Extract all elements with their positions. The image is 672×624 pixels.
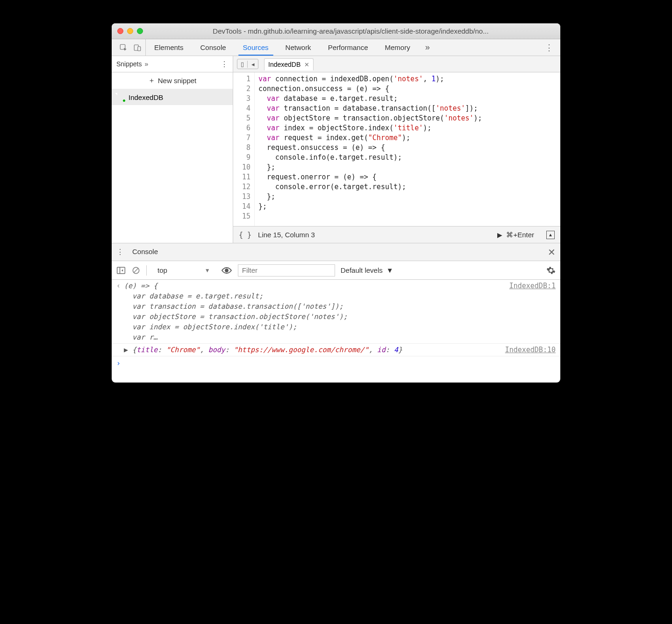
editor-panel: ▯◂ IndexedDB ✕ 123456789101112131415 var… [233, 56, 560, 243]
sources-workspace: Snippets » ⋮ ＋ New snippet IndexedDB ▯◂ … [112, 56, 560, 243]
console-settings-button[interactable] [546, 266, 556, 275]
tab-sources[interactable]: Sources [235, 39, 277, 56]
console-message[interactable]: ▶ {title: "Chrome", body: "https://www.g… [112, 344, 560, 356]
editor-tabs: ▯◂ IndexedDB ✕ [233, 56, 560, 72]
execution-context-select[interactable]: top ▼ [152, 264, 215, 276]
plus-icon: ＋ [148, 76, 155, 85]
svg-point-7 [225, 269, 228, 272]
more-navigator-tabs[interactable]: » [144, 60, 148, 68]
minimize-window-button[interactable] [127, 28, 133, 34]
close-window-button[interactable] [117, 28, 123, 34]
traffic-lights [117, 28, 143, 34]
code-editor[interactable]: 123456789101112131415 var connection = i… [233, 72, 560, 226]
svg-rect-2 [138, 46, 141, 50]
console-sidebar-toggle[interactable] [116, 266, 126, 275]
close-tab-icon[interactable]: ✕ [304, 61, 309, 68]
log-levels-select[interactable]: Default levels ▼ [341, 266, 393, 274]
code-content[interactable]: var connection = indexedDB.open('notes',… [255, 72, 560, 226]
live-expression-button[interactable] [221, 267, 232, 274]
snippet-item[interactable]: IndexedDB [112, 89, 233, 105]
line-gutter: 123456789101112131415 [233, 72, 255, 226]
tab-network[interactable]: Network [277, 39, 320, 56]
navigator-tab-snippets[interactable]: Snippets [116, 60, 142, 68]
pretty-print-button[interactable]: { } [239, 231, 251, 239]
drawer-header: ⋮ Console ✕ [112, 243, 560, 261]
device-icon[interactable] [133, 43, 142, 52]
titlebar: DevTools - mdn.github.io/learning-area/j… [112, 23, 560, 39]
toggle-drawer-button[interactable]: ▲ [546, 231, 555, 239]
cursor-position: Line 15, Column 3 [258, 231, 315, 239]
tab-performance[interactable]: Performance [320, 39, 377, 56]
snippet-list: IndexedDB [112, 89, 233, 243]
svg-line-6 [134, 268, 138, 273]
devtools-menu-button[interactable]: ⋮ [538, 39, 560, 56]
file-tab-indexeddb[interactable]: IndexedDB ✕ [264, 58, 314, 71]
drawer-menu-button[interactable]: ⋮ [116, 248, 124, 256]
play-icon: ▶ [497, 231, 502, 239]
new-snippet-button[interactable]: ＋ New snippet [112, 72, 233, 89]
caret-down-icon: ▼ [386, 266, 393, 274]
devtools-window: DevTools - mdn.github.io/learning-area/j… [112, 23, 560, 383]
clear-console-button[interactable] [131, 266, 141, 275]
navigator-header: Snippets » ⋮ [112, 56, 233, 72]
console-filter-input[interactable] [238, 264, 335, 277]
tab-memory[interactable]: Memory [377, 39, 419, 56]
console-drawer: ⋮ Console ✕ top ▼ Default levels ▼ [112, 243, 560, 383]
console-message[interactable]: ‹(e) => { var database = e.target.result… [112, 280, 560, 344]
navigator-menu-button[interactable]: ⋮ [221, 60, 228, 69]
console-toolbar: top ▼ Default levels ▼ [112, 261, 560, 280]
tab-console[interactable]: Console [192, 39, 235, 56]
console-prompt[interactable]: › [112, 356, 560, 370]
window-title: DevTools - mdn.github.io/learning-area/j… [147, 27, 555, 35]
run-snippet-button[interactable]: ▶ ⌘+Enter [497, 231, 534, 239]
zoom-window-button[interactable] [137, 28, 143, 34]
inspect-icon[interactable] [119, 43, 128, 52]
more-tabs-button[interactable]: » [419, 39, 436, 56]
inspect-tools [115, 39, 146, 56]
toggle-navigator-button[interactable]: ▯◂ [237, 59, 258, 69]
caret-down-icon: ▼ [205, 267, 210, 274]
main-tabs: ElementsConsoleSourcesNetworkPerformance… [112, 39, 560, 56]
snippet-icon [117, 93, 125, 101]
svg-rect-3 [117, 267, 125, 273]
drawer-tab-console[interactable]: Console [129, 244, 161, 260]
close-drawer-button[interactable]: ✕ [548, 247, 556, 258]
navigator-panel: Snippets » ⋮ ＋ New snippet IndexedDB [112, 56, 233, 243]
tab-elements[interactable]: Elements [146, 39, 192, 56]
console-output[interactable]: ‹(e) => { var database = e.target.result… [112, 280, 560, 383]
editor-statusbar: { } Line 15, Column 3 ▶ ⌘+Enter ▲ [233, 226, 560, 243]
